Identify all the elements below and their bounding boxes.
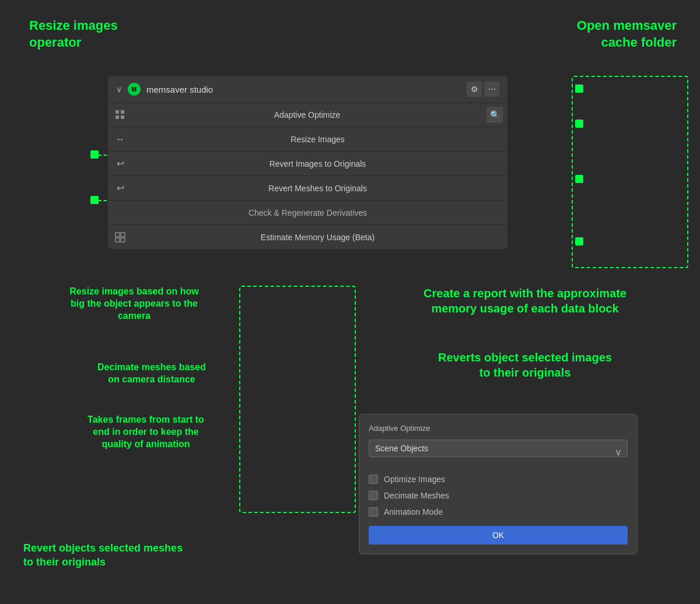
svg-rect-2 — [116, 115, 119, 119]
decimate-meshes-label: Decimate Meshes — [384, 491, 449, 500]
ok-button[interactable]: OK — [369, 526, 628, 545]
logo-icon: M — [128, 83, 141, 96]
search-button[interactable]: 🔍 — [487, 107, 503, 123]
checkbox-row-animation-mode: Animation Mode — [369, 504, 628, 520]
svg-rect-0 — [116, 110, 119, 114]
svg-rect-4 — [116, 233, 120, 237]
checkbox-row-optimize-images: Optimize Images — [369, 471, 628, 487]
row-estimate-memory[interactable]: Estimate Memory Usage (Beta) — [108, 224, 508, 249]
grid-icon — [113, 107, 128, 122]
green-dot-2 — [575, 120, 583, 128]
estimate-icon — [113, 230, 128, 245]
dashed-box-center-annotations — [239, 286, 356, 513]
green-dot-left-1 — [90, 150, 99, 159]
optimize-images-checkbox[interactable] — [369, 475, 378, 484]
row-revert-meshes-label: Revert Meshes to Originals — [132, 184, 503, 193]
dashed-box-top-right — [572, 76, 688, 268]
main-panel: ∨ M memsaver studio ⚙ ⋯ 🔍 ↔ Resize Image… — [108, 76, 508, 249]
annotation-takes-frames-desc: Takes frames from start to end in order … — [41, 414, 251, 450]
row-revert-images[interactable]: ↩ Revert Images to Originals — [108, 151, 508, 175]
annotation-decimate-meshes-desc: Decimate meshes based on camera distance — [58, 361, 245, 386]
search-row: 🔍 — [108, 103, 508, 127]
revert-meshes-icon: ↩ — [113, 181, 128, 196]
green-dot-3 — [575, 175, 583, 183]
row-estimate-memory-label: Estimate Memory Usage (Beta) — [132, 233, 503, 242]
annotation-resize-images-desc: Resize images based on how big the objec… — [23, 286, 245, 322]
optimize-images-label: Optimize Images — [384, 475, 445, 484]
green-dot-left-2 — [90, 196, 99, 204]
settings-button[interactable]: ⚙ — [467, 82, 482, 97]
search-input[interactable] — [132, 110, 482, 120]
annotation-resize-images-operator: Resize images operator — [29, 17, 118, 51]
svg-rect-6 — [116, 238, 120, 242]
panel-title: memsaver studio — [146, 85, 461, 94]
collapse-icon[interactable]: ∨ — [116, 85, 122, 94]
row-revert-meshes[interactable]: ↩ Revert Meshes to Originals — [108, 175, 508, 200]
dialog-title: Adaptive Optimize — [369, 424, 628, 433]
annotation-revert-meshes-desc: Revert objects selected meshes to their … — [23, 542, 233, 569]
row-check-regenerate[interactable]: Check & Regenerate Derivatives — [108, 200, 508, 224]
row-resize-images[interactable]: ↔ Resize Images — [108, 127, 508, 151]
annotation-reverts-images-desc: Reverts object selected images to their … — [379, 350, 671, 380]
menu-button[interactable]: ⋯ — [484, 82, 499, 97]
panel-header-actions: ⚙ ⋯ — [467, 82, 499, 97]
checkbox-row-decimate-meshes: Decimate Meshes — [369, 487, 628, 504]
green-dot-1 — [575, 85, 583, 93]
decimate-meshes-checkbox[interactable] — [369, 491, 378, 500]
green-dot-4 — [575, 237, 583, 245]
animation-mode-label: Animation Mode — [384, 507, 443, 517]
revert-images-icon: ↩ — [113, 156, 128, 171]
adaptive-optimize-dialog: Adaptive Optimize Scene Objects Selected… — [359, 414, 638, 554]
svg-rect-5 — [121, 233, 125, 237]
scene-objects-select[interactable]: Scene Objects Selected Objects Active Ob… — [369, 440, 628, 457]
annotation-create-report-desc: Create a report with the approximate mem… — [379, 286, 671, 316]
svg-rect-3 — [121, 115, 124, 119]
resize-icon: ↔ — [113, 132, 128, 147]
annotation-open-memsaver: Open memsaver cache folder — [577, 17, 677, 51]
svg-rect-7 — [121, 238, 125, 242]
panel-header: ∨ M memsaver studio ⚙ ⋯ — [108, 76, 508, 103]
row-resize-images-label: Resize Images — [132, 135, 503, 144]
svg-rect-1 — [121, 110, 124, 114]
row-check-regenerate-label: Check & Regenerate Derivatives — [113, 208, 503, 217]
animation-mode-checkbox[interactable] — [369, 507, 378, 517]
row-revert-images-label: Revert Images to Originals — [132, 159, 503, 168]
scene-objects-select-wrapper: Scene Objects Selected Objects Active Ob… — [369, 440, 628, 464]
